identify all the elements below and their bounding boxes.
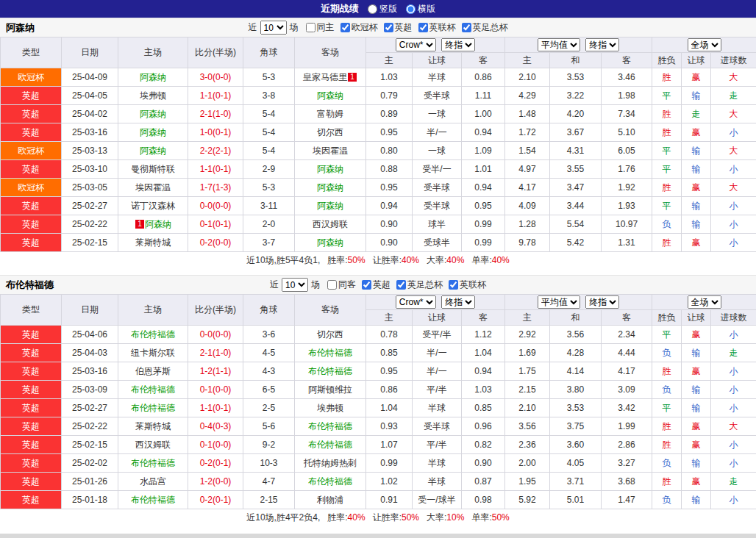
scope-select[interactable]: 全场	[688, 38, 721, 51]
team-name-link[interactable]: 皇家马德里	[303, 72, 347, 82]
team-name-link[interactable]: 阿森纳	[140, 127, 166, 137]
filter-checkbox[interactable]: 欧冠杯	[336, 21, 378, 34]
avg-home-cell: 2.10	[505, 399, 550, 417]
match-type-badge: 英超	[1, 344, 62, 362]
team-name-link[interactable]: 水晶宫	[140, 476, 166, 487]
filter-checkbox-input[interactable]	[462, 23, 471, 32]
team-name-link[interactable]: 纽卡斯尔联	[131, 348, 175, 358]
team-name-link[interactable]: 布伦特福德	[308, 421, 352, 431]
team-name-link[interactable]: 布伦特福德	[308, 366, 352, 376]
team-name-link[interactable]: 阿森纳	[140, 72, 166, 82]
avg-source-select[interactable]: 平均值	[538, 38, 580, 51]
filter-checkbox-input[interactable]	[449, 280, 458, 290]
team-name-link[interactable]: 布伦特福德	[131, 495, 175, 505]
team-name-link[interactable]: 阿森纳	[317, 90, 343, 101]
team-name-link[interactable]: 布伦特福德	[131, 329, 175, 340]
layout-radio-horizontal[interactable]: 横版	[406, 3, 435, 15]
scope-select[interactable]: 全场	[688, 295, 721, 309]
avg-home-cell: 4.09	[505, 197, 550, 215]
team-name-link[interactable]: 莱斯特城	[135, 421, 171, 431]
summary-stat-value: 40%	[446, 255, 464, 265]
filter-checkbox[interactable]: 英超	[357, 279, 391, 291]
score-cell: 3-0(0-0)	[188, 68, 243, 87]
handicap-cell: 半球	[413, 68, 462, 87]
team-name-link[interactable]: 阿森纳	[140, 146, 166, 156]
filter-checkbox-input[interactable]	[362, 280, 371, 290]
team-name-link[interactable]: 阿森纳	[317, 182, 343, 193]
recent-count-select[interactable]: 10	[282, 278, 308, 292]
team-name-link[interactable]: 埃弗顿	[317, 403, 343, 413]
team-name-link[interactable]: 西汉姆联	[313, 219, 348, 229]
filter-checkbox-input[interactable]	[418, 23, 428, 32]
corner-cell: 5-3	[243, 68, 295, 87]
corner-cell: 10-3	[243, 454, 295, 473]
avg-draw-cell: 3.53	[550, 68, 602, 87]
section-arsenal: 阿森纳 近 10 场 同主欧冠杯英超英联杯英足总杯 类型 日期 主场 比分(半场…	[0, 18, 756, 268]
team-name-link[interactable]: 托特纳姆热刺	[304, 458, 357, 468]
team-name-link[interactable]: 布伦特福德	[131, 458, 175, 468]
filter-checkbox[interactable]: 同主	[302, 21, 335, 34]
team-name-link[interactable]: 曼彻斯特联	[131, 164, 175, 174]
filter-checkbox[interactable]: 英超	[379, 21, 413, 34]
score-cell: 0-2(0-0)	[188, 234, 243, 252]
horizontal-scrollbar[interactable]	[0, 534, 756, 538]
match-date: 25-02-27	[62, 399, 118, 417]
avg-source-select[interactable]: 平均值	[538, 295, 580, 309]
avg-draw-cell: 3.71	[550, 473, 602, 491]
team-name-link[interactable]: 切尔西	[317, 127, 343, 137]
team-name-link[interactable]: 布伦特福德	[308, 348, 352, 358]
team-name-link[interactable]: 布伦特福德	[131, 403, 175, 413]
layout-radio-vertical-input[interactable]	[368, 4, 377, 14]
score-cell: 0-1(0-0)	[188, 436, 243, 454]
avg-away-cell: 6.05	[602, 142, 652, 160]
team-name-link[interactable]: 诺丁汉森林	[131, 201, 175, 211]
team-name-link[interactable]: 利物浦	[317, 495, 343, 505]
team-name-link[interactable]: 阿森纳	[317, 201, 343, 211]
goals-result-cell: 大	[711, 68, 756, 87]
filter-checkbox-input[interactable]	[327, 280, 337, 290]
team-name-link[interactable]: 阿森纳	[140, 109, 166, 119]
handicap-cell: 半/一	[413, 123, 462, 142]
team-name-link[interactable]: 阿森纳	[317, 237, 343, 248]
col-avg-away: 客	[602, 53, 652, 68]
filter-checkbox[interactable]: 英足总杯	[392, 279, 443, 291]
filter-checkbox-input[interactable]	[340, 23, 350, 32]
layout-radio-horizontal-input[interactable]	[406, 4, 416, 14]
team-name-link[interactable]: 阿森纳	[317, 164, 343, 174]
avg-home-cell: 9.78	[505, 234, 550, 252]
team-name-link[interactable]: 西汉姆联	[135, 440, 171, 450]
team-name-link[interactable]: 布伦特福德	[131, 384, 175, 395]
team-name-link[interactable]: 切尔西	[317, 329, 343, 340]
team-name-link[interactable]: 埃弗顿	[140, 90, 166, 101]
team-name-link[interactable]: 阿森纳	[145, 219, 171, 229]
filter-checkbox-input[interactable]	[396, 280, 406, 290]
col-odds-home: 主	[366, 53, 413, 68]
home-team-cell: 阿森纳	[118, 123, 188, 142]
summary-stat: 大率:10%	[427, 512, 464, 524]
filter-checkbox[interactable]: 同客	[323, 279, 356, 291]
odds-stage-select[interactable]: 终指	[441, 38, 475, 51]
team-name-link[interactable]: 埃因霍温	[135, 182, 171, 193]
team-name-link[interactable]: 阿斯顿维拉	[308, 384, 352, 395]
team-name-link[interactable]: 富勒姆	[317, 109, 343, 119]
team-name-link[interactable]: 埃因霍温	[313, 146, 348, 156]
filter-checkbox-input[interactable]	[306, 23, 315, 32]
filter-checkbox-input[interactable]	[384, 23, 393, 32]
team-name-link[interactable]: 布伦特福德	[308, 476, 352, 487]
odds-stage-select[interactable]: 终指	[441, 295, 475, 309]
recent-count-select[interactable]: 10	[260, 21, 287, 35]
filter-checkbox[interactable]: 英足总杯	[457, 21, 508, 34]
team-name-link[interactable]: 莱斯特城	[135, 237, 171, 248]
odds-company-select[interactable]: Crow*	[396, 295, 436, 309]
team-name-link[interactable]: 伯恩茅斯	[135, 366, 171, 376]
avg-stage-select[interactable]: 终指	[585, 295, 619, 309]
section-team-title: 布伦特福德	[6, 279, 54, 292]
filter-checkbox[interactable]: 英联杯	[444, 279, 486, 291]
avg-stage-select[interactable]: 终指	[585, 38, 619, 51]
team-name-link[interactable]: 布伦特福德	[308, 440, 352, 450]
odds-company-select[interactable]: Crow*	[396, 38, 436, 51]
filter-checkbox[interactable]: 英联杯	[414, 21, 456, 34]
layout-radio-vertical[interactable]: 竖版	[368, 3, 397, 15]
match-type-badge: 英超	[1, 160, 62, 179]
match-date: 25-03-09	[62, 381, 118, 399]
